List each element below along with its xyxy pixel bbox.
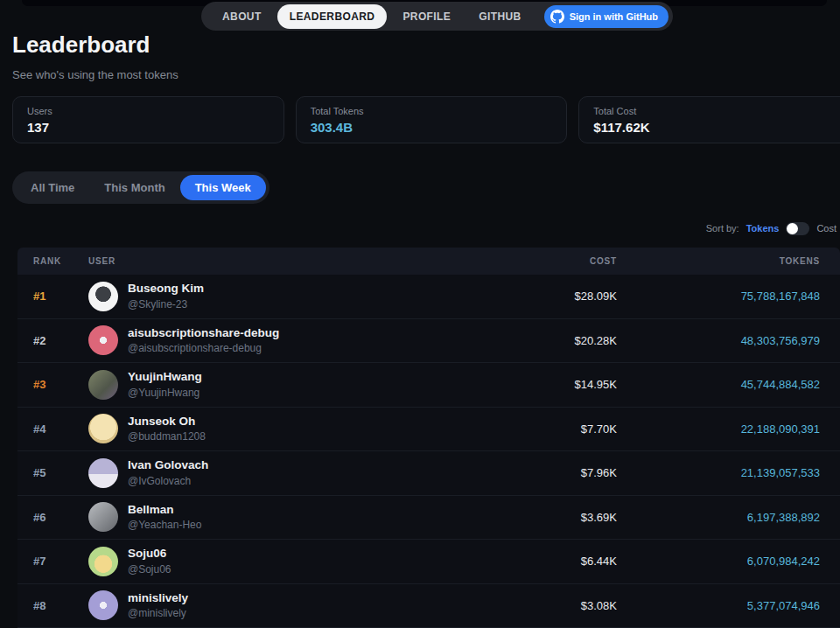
sort-toggle[interactable] <box>786 222 809 235</box>
tab-this-week[interactable]: This Week <box>180 175 266 200</box>
tokens-cell: 5,377,074,946 <box>617 599 840 612</box>
stat-value: 303.4B <box>311 120 553 135</box>
user-cell: YuujinHwang @YuujinHwang <box>73 370 459 400</box>
header-tokens: TOKENS <box>617 256 840 266</box>
tokens-cell: 45,744,884,582 <box>617 378 840 391</box>
rank-cell: #6 <box>18 511 73 524</box>
rank-cell: #5 <box>18 466 73 479</box>
sort-option-cost[interactable]: Cost <box>816 223 836 234</box>
user-handle: @Soju06 <box>128 563 172 576</box>
avatar <box>88 547 118 576</box>
user-handle: @IvGolovach <box>128 475 208 487</box>
user-cell: Soju06 @Soju06 <box>73 547 459 576</box>
cost-cell: $20.28K <box>459 334 617 347</box>
nav-item-profile[interactable]: PROFILE <box>390 4 463 29</box>
stat-value: $117.62K <box>593 120 836 135</box>
cost-cell: $3.08K <box>459 599 617 612</box>
main-nav: ABOUT LEADERBOARD PROFILE GITHUB Sign in… <box>201 2 673 31</box>
rank-cell: #4 <box>18 422 73 436</box>
tokens-cell: 48,303,756,979 <box>617 334 840 347</box>
signin-label: Sign in with GitHub <box>570 11 658 22</box>
leaderboard-table: RANK USER COST TOKENS #1 Buseong Kim @Sk… <box>18 248 840 628</box>
tokens-cell: 21,139,057,533 <box>617 466 840 479</box>
avatar <box>88 414 118 443</box>
user-names: Buseong Kim @Skyline-23 <box>128 282 204 311</box>
cost-cell: $7.96K <box>459 466 617 479</box>
user-names: aisubscriptionshare-debug @aisubscriptio… <box>128 326 279 355</box>
user-name: Ivan Golovach <box>128 458 208 472</box>
user-names: Junseok Oh @buddman1208 <box>128 415 206 443</box>
table-row[interactable]: #1 Buseong Kim @Skyline-23 $28.09K 75,78… <box>18 275 840 319</box>
user-names: minislively @minislively <box>128 591 188 620</box>
cost-cell: $6.44K <box>459 555 617 568</box>
user-names: Bellman @Yeachan-Heo <box>128 503 201 532</box>
nav-item-leaderboard[interactable]: LEADERBOARD <box>277 4 388 29</box>
avatar <box>88 502 118 532</box>
avatar <box>88 458 118 488</box>
table-row[interactable]: #6 Bellman @Yeachan-Heo $3.69K 6,197,388… <box>18 496 840 541</box>
stat-card-users: Users 137 <box>12 96 284 143</box>
tokens-cell: 75,788,167,848 <box>617 290 840 303</box>
nav-item-github[interactable]: GITHUB <box>466 4 533 29</box>
user-names: Soju06 @Soju06 <box>128 547 172 576</box>
rank-cell: #2 <box>18 334 73 347</box>
user-handle: @buddman1208 <box>128 430 206 443</box>
user-name: Buseong Kim <box>128 282 204 296</box>
table-row[interactable]: #8 minislively @minislively $3.08K 5,377… <box>18 584 840 628</box>
table-row[interactable]: #5 Ivan Golovach @IvGolovach $7.96K 21,1… <box>18 451 840 496</box>
stat-label: Total Tokens <box>311 106 553 116</box>
table-row[interactable]: #4 Junseok Oh @buddman1208 $7.70K 22,188… <box>18 408 840 452</box>
stat-card-total-tokens: Total Tokens 303.4B <box>296 96 568 143</box>
table-header: RANK USER COST TOKENS <box>18 248 840 275</box>
user-name: Junseok Oh <box>128 415 206 429</box>
nav-item-about[interactable]: ABOUT <box>210 4 274 29</box>
tab-this-month[interactable]: This Month <box>89 175 179 200</box>
sort-controls: Sort by: Tokens Cost <box>706 220 836 236</box>
time-filter-tabs: All Time This Month This Week <box>12 171 270 204</box>
tokens-cell: 6,070,984,242 <box>617 555 840 568</box>
stat-value: 137 <box>27 120 270 135</box>
user-handle: @aisubscriptionshare-debug <box>128 342 279 354</box>
header-rank: RANK <box>18 256 73 266</box>
github-icon <box>550 10 564 24</box>
header-user: USER <box>73 256 459 266</box>
user-names: YuujinHwang @YuujinHwang <box>128 370 202 399</box>
user-handle: @YuujinHwang <box>128 387 202 399</box>
sort-option-tokens[interactable]: Tokens <box>746 223 780 234</box>
cost-cell: $3.69K <box>459 511 617 524</box>
toggle-knob <box>787 223 798 234</box>
tokens-cell: 6,197,388,892 <box>617 511 840 524</box>
user-name: Soju06 <box>128 547 172 561</box>
tab-all-time[interactable]: All Time <box>16 175 89 200</box>
user-cell: Buseong Kim @Skyline-23 <box>73 282 459 311</box>
user-cell: Junseok Oh @buddman1208 <box>73 414 459 443</box>
page-subtitle: See who's using the most tokens <box>12 68 178 81</box>
user-cell: Ivan Golovach @IvGolovach <box>73 458 459 488</box>
avatar <box>88 590 118 620</box>
rank-cell: #8 <box>18 599 73 612</box>
table-body: #1 Buseong Kim @Skyline-23 $28.09K 75,78… <box>18 275 840 628</box>
tokens-cell: 22,188,090,391 <box>617 422 840 436</box>
rank-cell: #1 <box>18 290 73 303</box>
stat-card-total-cost: Total Cost $117.62K <box>578 96 840 143</box>
user-handle: @minislively <box>128 607 188 619</box>
table-row[interactable]: #7 Soju06 @Soju06 $6.44K 6,070,984,242 <box>18 540 840 584</box>
user-name: Bellman <box>128 503 201 517</box>
sort-by-label: Sort by: <box>706 223 739 234</box>
cost-cell: $14.95K <box>459 378 617 391</box>
user-cell: Bellman @Yeachan-Heo <box>73 502 459 532</box>
user-name: minislively <box>128 591 188 605</box>
avatar <box>88 370 118 400</box>
table-row[interactable]: #2 aisubscriptionshare-debug @aisubscrip… <box>18 319 840 364</box>
page-title: Leaderboard <box>12 31 150 59</box>
user-handle: @Skyline-23 <box>128 298 204 311</box>
user-name: aisubscriptionshare-debug <box>128 326 279 340</box>
user-handle: @Yeachan-Heo <box>128 519 201 531</box>
stat-label: Users <box>27 106 270 116</box>
signin-github-button[interactable]: Sign in with GitHub <box>544 5 668 28</box>
table-row[interactable]: #3 YuujinHwang @YuujinHwang $14.95K 45,7… <box>18 363 840 408</box>
user-cell: aisubscriptionshare-debug @aisubscriptio… <box>73 325 459 355</box>
user-name: YuujinHwang <box>128 370 202 384</box>
cost-cell: $7.70K <box>459 422 617 436</box>
avatar <box>88 282 118 311</box>
